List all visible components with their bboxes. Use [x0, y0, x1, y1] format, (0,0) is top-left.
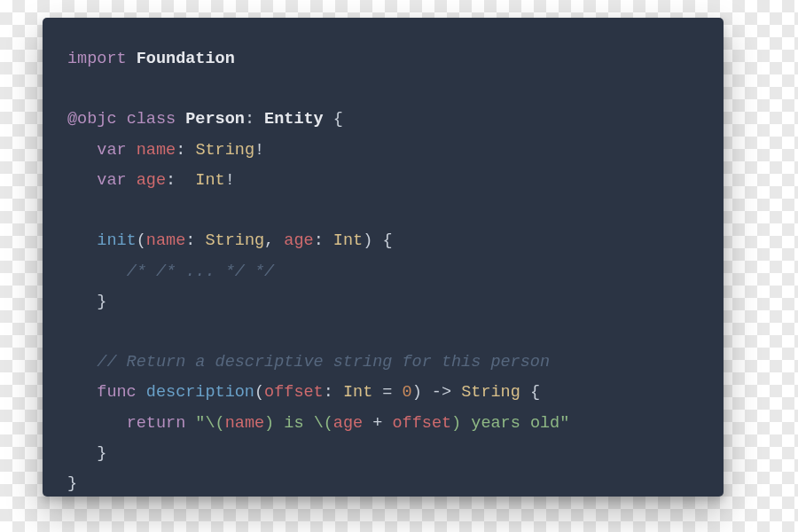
interp-name: name	[225, 414, 264, 433]
interp-offset: offset	[392, 414, 451, 433]
string-literal: years old	[461, 414, 559, 433]
init-keyword: init	[97, 231, 136, 250]
keyword-var: var	[97, 141, 126, 160]
type-string: String	[195, 141, 254, 160]
param-offset: offset	[264, 383, 324, 402]
property-name: name	[137, 141, 176, 160]
interp-age: age	[333, 414, 363, 433]
number-literal: 0	[403, 383, 412, 402]
block-comment: /* /* ... */ */	[127, 262, 275, 281]
keyword-class: class	[127, 110, 176, 129]
keyword-import: import	[67, 50, 127, 68]
code-block: import Foundation @objc class Person: En…	[67, 44, 699, 497]
keyword-return: return	[127, 414, 186, 433]
module-name: Foundation	[137, 50, 235, 68]
string-literal: is	[274, 414, 313, 433]
func-name: description	[146, 383, 254, 402]
code-editor[interactable]: import Foundation @objc class Person: En…	[43, 18, 724, 497]
type-int: Int	[195, 171, 224, 190]
keyword-func: func	[97, 383, 136, 402]
param-name: name	[146, 231, 185, 250]
type-string: String	[205, 231, 264, 250]
type-string: String	[461, 383, 520, 402]
line-comment: // Return a descriptive string for this …	[97, 353, 550, 372]
type-int: Int	[343, 383, 372, 402]
attribute-objc: @objc	[67, 110, 117, 129]
string-literal: "\(	[195, 414, 224, 433]
keyword-var: var	[97, 171, 126, 190]
superclass-name: Entity	[264, 110, 324, 129]
param-age: age	[284, 231, 313, 250]
type-int: Int	[333, 231, 363, 250]
property-age: age	[137, 171, 166, 190]
class-name: Person	[185, 110, 245, 129]
